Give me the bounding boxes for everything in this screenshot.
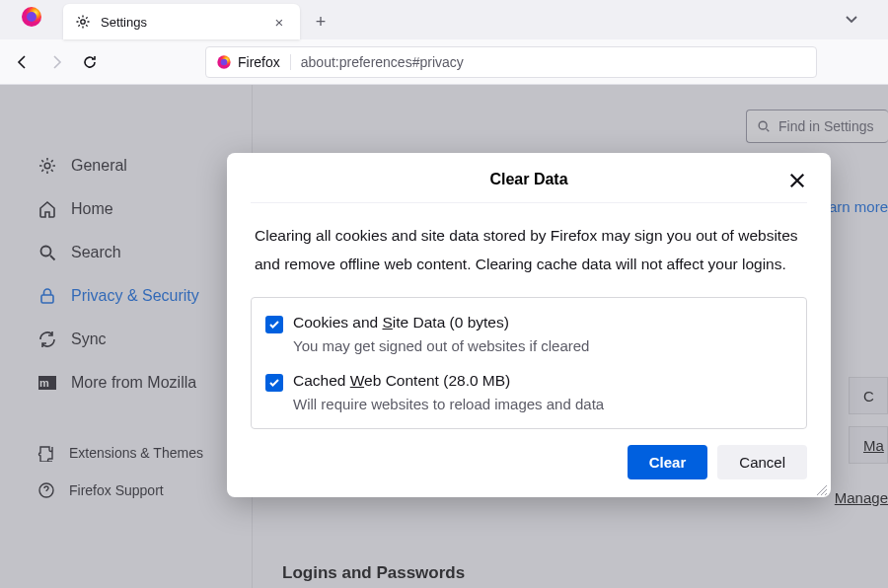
cancel-button[interactable]: Cancel [717, 445, 807, 479]
dialog-title: Clear Data [489, 171, 567, 188]
new-tab-button[interactable]: + [306, 7, 335, 37]
clear-button[interactable]: Clear [628, 445, 708, 479]
url-bar[interactable]: Firefox about:preferences#privacy [205, 46, 817, 78]
svg-point-2 [81, 20, 85, 24]
close-tab-button[interactable]: × [270, 13, 288, 31]
checkbox-checked-icon[interactable] [265, 316, 283, 333]
gear-icon [75, 14, 91, 30]
list-all-tabs-button[interactable] [845, 12, 858, 30]
svg-point-1 [27, 12, 37, 22]
navigation-toolbar: Firefox about:preferences#privacy [0, 39, 888, 85]
tab-title: Settings [101, 15, 270, 30]
resize-handle-icon[interactable] [815, 481, 827, 493]
svg-point-4 [221, 58, 228, 65]
back-button[interactable] [6, 45, 39, 79]
cookies-label: Cookies and Site Data (0 bytes) [293, 314, 792, 331]
settings-tab[interactable]: Settings × [63, 4, 300, 39]
cache-option[interactable]: Cached Web Content (28.0 MB) Will requir… [265, 372, 792, 412]
checkbox-checked-icon[interactable] [265, 374, 283, 392]
dialog-description: Clearing all cookies and site data store… [251, 203, 807, 297]
url-identity-label: Firefox [238, 54, 280, 70]
cache-label: Cached Web Content (28.0 MB) [293, 372, 792, 390]
cookies-option[interactable]: Cookies and Site Data (0 bytes) You may … [265, 314, 792, 354]
reload-button[interactable] [73, 45, 107, 79]
url-address: about:preferences#privacy [301, 54, 464, 70]
forward-button[interactable] [39, 45, 73, 79]
cookies-hint: You may get signed out of websites if cl… [293, 337, 792, 354]
cache-hint: Will require websites to reload images a… [293, 396, 792, 412]
firefox-logo-icon [20, 5, 43, 29]
clear-data-dialog: Clear Data Clearing all cookies and site… [227, 153, 831, 497]
url-identity: Firefox [216, 54, 291, 70]
close-dialog-button[interactable] [787, 171, 807, 190]
tab-bar: Settings × + [0, 0, 888, 39]
dialog-options: Cookies and Site Data (0 bytes) You may … [251, 297, 807, 429]
